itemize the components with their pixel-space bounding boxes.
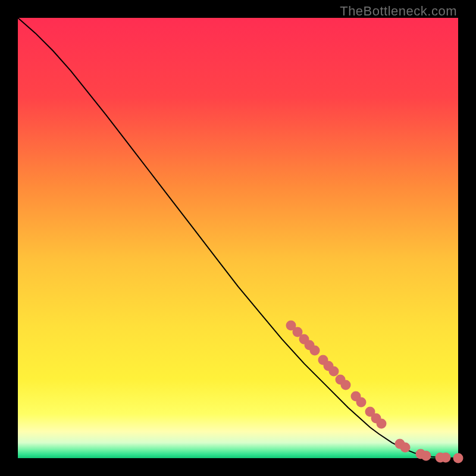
chart-plot-area: [18, 18, 458, 458]
data-point: [309, 346, 320, 356]
data-point: [341, 380, 351, 390]
data-point: [421, 450, 431, 461]
dot-layer: [18, 18, 458, 458]
watermark-text: TheBottleneck.com: [340, 4, 457, 19]
data-point: [453, 453, 464, 464]
data-point: [356, 397, 367, 408]
data-point: [400, 443, 411, 453]
data-point: [441, 453, 451, 463]
data-point: [376, 419, 386, 429]
